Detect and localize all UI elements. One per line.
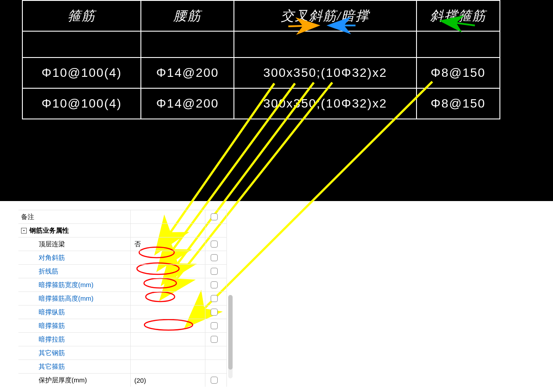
label-remark: 备注 xyxy=(21,213,34,221)
property-row[interactable]: 暗撑箍筋 xyxy=(18,319,227,332)
checkbox[interactable] xyxy=(211,295,218,302)
property-label: 其它箍筋 xyxy=(39,363,65,371)
cad-cell: Φ8@150 xyxy=(417,58,500,88)
property-row[interactable]: 顶层连梁否 xyxy=(18,237,227,251)
property-row[interactable]: 其它箍筋 xyxy=(18,360,227,373)
property-value[interactable] xyxy=(131,278,205,291)
property-value[interactable]: 否 xyxy=(131,237,205,251)
cad-th-1: 箍筋 xyxy=(22,0,141,31)
property-value[interactable] xyxy=(131,265,205,278)
property-label: 对角斜筋 xyxy=(39,254,65,262)
property-value[interactable] xyxy=(131,333,205,346)
property-label: 暗撑箍筋高度(mm) xyxy=(39,295,93,303)
property-row[interactable]: 暗撑箍筋高度(mm) xyxy=(18,291,227,305)
panel-scrollbar[interactable] xyxy=(228,295,233,378)
property-value[interactable] xyxy=(131,346,205,360)
cad-drawing-viewport[interactable]: 箍筋 腰筋 交叉斜筋/暗撑 斜撑箍筋 Φ10@100(4) Φ14@200 30… xyxy=(0,0,553,201)
property-panel: 备注 - 钢筋业务属性 顶层连梁否对角斜筋折线筋暗撑箍筋宽度(mm)暗撑箍筋高度… xyxy=(18,210,227,387)
property-label: 保护层厚度(mm) xyxy=(39,376,87,385)
cad-cell: Φ10@100(4) xyxy=(22,88,141,119)
cad-th-4: 斜撑箍筋 xyxy=(417,0,500,31)
cad-cell: Φ14@200 xyxy=(141,58,234,88)
cad-rebar-table: 箍筋 腰筋 交叉斜筋/暗撑 斜撑箍筋 Φ10@100(4) Φ14@200 30… xyxy=(22,0,500,119)
checkbox[interactable] xyxy=(211,213,218,220)
cad-th-2: 腰筋 xyxy=(141,0,234,31)
property-label: 暗撑纵筋 xyxy=(39,308,65,316)
collapse-toggle-icon[interactable]: - xyxy=(21,228,27,234)
property-value[interactable] xyxy=(131,306,205,319)
row-group-rebar-biz[interactable]: - 钢筋业务属性 xyxy=(18,223,227,237)
property-label: 折线筋 xyxy=(39,267,58,276)
group-label: 钢筋业务属性 xyxy=(29,227,69,235)
cad-cell: 300x350;(10Φ32)x2 xyxy=(234,58,417,88)
panel-scrollbar-thumb[interactable] xyxy=(228,295,233,370)
checkbox[interactable] xyxy=(211,377,218,384)
property-row[interactable]: 暗撑纵筋 xyxy=(18,305,227,319)
property-label: 其它钢筋 xyxy=(39,349,65,357)
property-label: 顶层连梁 xyxy=(39,240,65,248)
property-row[interactable]: 暗撑拉筋 xyxy=(18,332,227,346)
property-row[interactable]: 其它钢筋 xyxy=(18,346,227,360)
cad-cell: Φ14@200 xyxy=(141,88,234,119)
property-label: 暗撑箍筋 xyxy=(39,322,65,330)
property-value[interactable] xyxy=(131,251,205,264)
cad-th-3: 交叉斜筋/暗撑 xyxy=(234,0,417,31)
checkbox[interactable] xyxy=(211,309,218,316)
row-remark[interactable]: 备注 xyxy=(18,210,227,223)
cad-cell: Φ10@100(4) xyxy=(22,58,141,88)
property-row[interactable]: 保护层厚度(mm)(20) xyxy=(18,373,227,387)
property-value[interactable] xyxy=(131,360,205,373)
checkbox[interactable] xyxy=(211,254,218,261)
property-label: 暗撑箍筋宽度(mm) xyxy=(39,281,93,289)
property-label: 暗撑拉筋 xyxy=(39,335,65,344)
property-row[interactable]: 折线筋 xyxy=(18,264,227,278)
checkbox[interactable] xyxy=(211,268,218,275)
checkbox[interactable] xyxy=(211,241,218,248)
cad-cell: Φ8@150 xyxy=(417,88,500,119)
property-value[interactable] xyxy=(131,292,205,305)
checkbox[interactable] xyxy=(211,336,218,343)
cad-cell: 300x350;(10Φ32)x2 xyxy=(234,88,417,119)
property-row[interactable]: 暗撑箍筋宽度(mm) xyxy=(18,278,227,291)
property-value[interactable]: (20) xyxy=(131,374,205,387)
checkbox[interactable] xyxy=(211,281,218,288)
property-row[interactable]: 对角斜筋 xyxy=(18,251,227,264)
property-value[interactable] xyxy=(131,319,205,332)
checkbox[interactable] xyxy=(211,322,218,329)
